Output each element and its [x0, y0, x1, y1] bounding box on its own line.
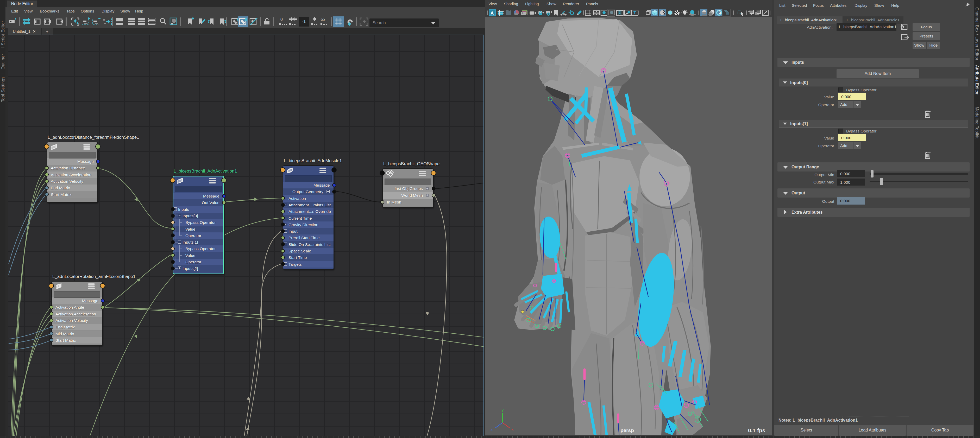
svg-text:∞: ∞ — [320, 17, 325, 23]
svg-text:T: T — [633, 11, 636, 15]
svg-text:y: y — [501, 407, 504, 412]
svg-text:persp: persp — [620, 428, 634, 433]
svg-text:x: x — [511, 427, 514, 432]
svg-text:z: z — [490, 427, 493, 432]
svg-text:0.1 fps: 0.1 fps — [748, 427, 765, 433]
svg-text:A: A — [490, 11, 494, 16]
svg-text:0: 0 — [280, 17, 283, 22]
